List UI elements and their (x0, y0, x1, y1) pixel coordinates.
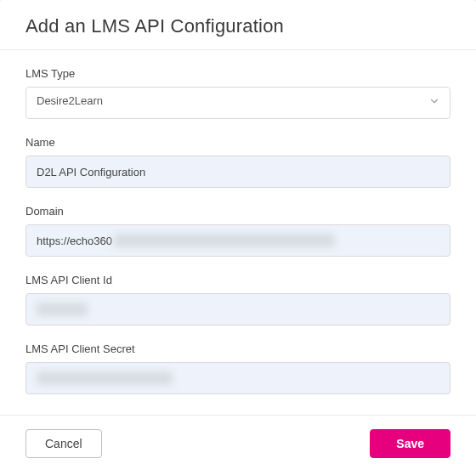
redacted-block (37, 303, 88, 316)
lms-api-config-modal: Add an LMS API Configuration LMS Type De… (0, 0, 476, 464)
field-client-id: LMS API Client Id (26, 274, 450, 325)
lms-type-select-wrapper: Desire2Learn (26, 87, 450, 119)
lms-type-label: LMS Type (26, 67, 450, 80)
domain-value-visible: https://echo360 (37, 235, 112, 247)
domain-label: Domain (26, 205, 450, 218)
modal-footer: Cancel Save (0, 415, 476, 464)
save-button[interactable]: Save (370, 429, 450, 458)
field-client-secret: LMS API Client Secret (26, 342, 450, 394)
client-secret-label: LMS API Client Secret (26, 342, 450, 355)
domain-input[interactable]: https://echo360 (26, 224, 450, 257)
lms-type-select[interactable]: Desire2Learn (26, 87, 450, 119)
redacted-block (37, 371, 173, 385)
client-id-input[interactable] (26, 293, 450, 325)
redacted-block (114, 234, 335, 247)
field-name: Name (26, 136, 450, 188)
modal-header: Add an LMS API Configuration (0, 0, 476, 50)
name-label: Name (26, 136, 450, 149)
client-secret-input[interactable] (26, 362, 450, 394)
field-lms-type: LMS Type Desire2Learn (26, 67, 450, 119)
field-domain: Domain https://echo360 (26, 205, 450, 257)
modal-body: LMS Type Desire2Learn Name Domain https:… (0, 50, 476, 415)
name-input[interactable] (26, 156, 450, 188)
modal-title: Add an LMS API Configuration (26, 15, 450, 37)
client-id-label: LMS API Client Id (26, 274, 450, 286)
cancel-button[interactable]: Cancel (26, 429, 102, 458)
